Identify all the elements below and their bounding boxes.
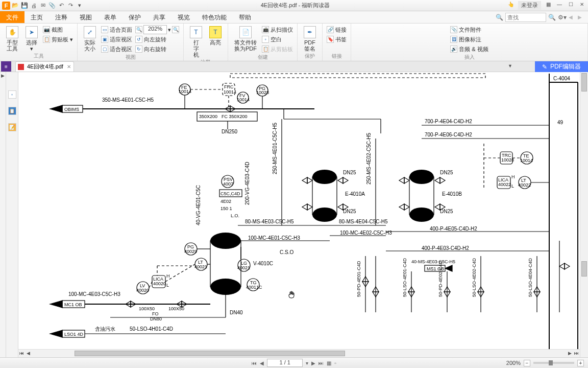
clipboard-button[interactable]: 📋剪贴板 ▾ xyxy=(43,35,73,44)
menu-special[interactable]: 特色功能 xyxy=(196,11,233,23)
more-icon[interactable]: ▾ xyxy=(76,2,84,10)
file-attach-button[interactable]: 📎文件附件 xyxy=(450,25,488,34)
hscroll-right-icon[interactable]: ▶ xyxy=(568,351,572,356)
rotate-left-button[interactable]: ↺向左旋转 xyxy=(135,35,179,44)
prev-page-icon[interactable]: ◀ xyxy=(260,360,264,366)
close-icon[interactable]: ✕ xyxy=(578,2,586,10)
note-side-icon[interactable]: 📝 xyxy=(8,123,16,131)
grid-icon[interactable]: ▦ xyxy=(544,2,552,10)
select-tool-button[interactable]: ➤ 选择▾ xyxy=(23,25,40,53)
pdf-sign-button[interactable]: ✒ PDF签名 xyxy=(302,25,318,53)
actual-size-button[interactable]: ⤢ 实际大小 xyxy=(82,25,98,53)
rotl-icon: ↺ xyxy=(135,36,142,43)
menu-file[interactable]: 文件 xyxy=(0,11,24,23)
convert-button[interactable]: 📄 将文件转换为PDF xyxy=(232,25,259,53)
from-clipboard-button[interactable]: 📋从剪贴板 xyxy=(262,44,293,54)
expand-rail-icon[interactable]: ▶ xyxy=(1,72,5,78)
pdf-editor-badge[interactable]: ✎ PDF编辑器 xyxy=(535,61,588,72)
menu-view[interactable]: 视图 xyxy=(74,11,98,23)
zoom-percent: 200% xyxy=(506,360,521,366)
redo-icon[interactable]: ↷ xyxy=(66,2,75,10)
find-icon[interactable]: 🔍 xyxy=(496,14,503,21)
zoom-value[interactable]: 🔍202%▾ 🔍 xyxy=(135,25,179,34)
document-canvas[interactable]: C-4004 49 OBIMS 350-MS-4E01-C5C-H5 FE100… xyxy=(18,72,580,357)
hscroll-start-icon[interactable]: ⏮ xyxy=(19,351,24,356)
search-input[interactable] xyxy=(505,13,546,22)
menu-protect[interactable]: 保护 xyxy=(122,11,147,23)
group-protect-label: 保护 xyxy=(305,53,315,61)
tab-dropdown-icon[interactable]: ▼ xyxy=(508,63,512,68)
svg-text:L: L xyxy=(511,183,514,189)
next-page-icon[interactable]: ▶ xyxy=(311,360,315,366)
svg-text:50-PD-4E01-C4D: 50-PD-4E01-C4D xyxy=(356,261,361,297)
app-icon[interactable]: F xyxy=(2,2,10,10)
menu-read[interactable]: 视览 xyxy=(172,11,196,23)
rotate-right-button[interactable]: ↻向右旋转 xyxy=(135,44,179,54)
single-view-icon[interactable]: ▫ xyxy=(334,360,336,366)
zoom-slider[interactable] xyxy=(533,362,574,364)
login-status[interactable]: 未登录 xyxy=(518,1,541,10)
document-tab[interactable]: 4E回收4塔.pdf ✕ xyxy=(15,61,74,72)
blank-button[interactable]: ▫空白 xyxy=(262,35,293,44)
svg-text:50-LSO-4E04-C4D: 50-LSO-4E04-C4D xyxy=(528,258,533,297)
menu-form[interactable]: 表单 xyxy=(98,11,122,23)
nav-next-icon[interactable]: ▶ xyxy=(578,14,585,20)
vertical-scrollbar[interactable] xyxy=(580,72,588,357)
svg-text:10014: 10014 xyxy=(237,97,250,102)
vscroll-thumb-top[interactable] xyxy=(581,73,587,91)
svg-text:4E02: 4E02 xyxy=(220,199,231,204)
page-indicator[interactable]: 1 / 1 xyxy=(267,359,303,367)
titlebar: F 📂 💾 🖨 ✉ 📎 ↶ ↷ ▾ 4E回收4塔.pdf - 福昕阅读器 👆 未… xyxy=(0,0,588,11)
hscroll-left-icon[interactable]: ◀ xyxy=(27,351,30,356)
page-view-icon[interactable]: ▫ xyxy=(8,90,16,99)
zoom-fit-icon[interactable]: 🔍 xyxy=(172,26,179,33)
highlight-button[interactable]: T 高亮 xyxy=(207,25,224,47)
thumb-view-icon[interactable]: ▦ xyxy=(327,360,331,366)
last-page-icon[interactable]: ⏭ xyxy=(318,360,324,366)
first-page-icon[interactable]: ⏮ xyxy=(252,360,257,366)
nav-panel-button[interactable]: ≡ xyxy=(1,61,11,72)
typewriter-button[interactable]: T 打字机 xyxy=(188,25,204,59)
maximize-icon[interactable]: ☐ xyxy=(567,2,575,10)
open-icon[interactable]: 📂 xyxy=(11,2,19,10)
svg-text:100-MC-4E02-C5C-H3: 100-MC-4E02-C5C-H3 xyxy=(340,230,392,236)
zoom-out-button[interactable]: − xyxy=(524,360,530,366)
touch-icon[interactable]: 👆 xyxy=(507,2,515,10)
minimize-icon[interactable]: — xyxy=(555,2,564,10)
menu-home[interactable]: 主页 xyxy=(24,11,49,23)
vscroll-thumb[interactable] xyxy=(581,261,587,277)
page-dropdown-icon[interactable]: ▾ xyxy=(306,360,308,366)
bookmark-button[interactable]: 🔖书签 xyxy=(327,35,347,44)
from-scanner-button[interactable]: 📠从扫描仪 xyxy=(262,25,293,34)
zoom-knob[interactable] xyxy=(549,360,553,365)
hscroll-thumb[interactable] xyxy=(75,351,345,356)
menu-comment[interactable]: 注释 xyxy=(49,11,74,23)
screenshot-button[interactable]: 📷截图 xyxy=(43,25,73,34)
side-toolbar: ▫ 📋 📝 xyxy=(6,72,18,357)
menu-share[interactable]: 共享 xyxy=(147,11,172,23)
mail-icon[interactable]: ✉ xyxy=(39,2,47,10)
undo-icon[interactable]: ↶ xyxy=(57,2,65,10)
link-button[interactable]: 🔗链接 xyxy=(327,25,347,34)
find-run-icon[interactable]: 🔍 xyxy=(548,14,556,21)
horizontal-scrollbar[interactable]: ⏮ ◀ ▶ ⏭ xyxy=(18,349,580,357)
attach-icon[interactable]: 📎 xyxy=(48,2,56,10)
settings-icon[interactable]: ⚙▾ xyxy=(558,14,567,21)
hscroll-end-icon[interactable]: ⏭ xyxy=(574,351,579,356)
av-button[interactable]: 🔊音频 & 视频 xyxy=(450,44,488,54)
nav-prev-icon[interactable]: ◀ xyxy=(569,14,576,20)
menu-help[interactable]: 帮助 xyxy=(233,11,257,23)
clipboard-side-icon[interactable]: 📋 xyxy=(8,107,16,115)
hand-tool-button[interactable]: ✋ 手型工具 xyxy=(4,25,20,53)
statusbar: ⏮ ◀ 1 / 1 ▾ ▶ ⏭ ▦ ▫ 200% − + xyxy=(0,357,588,368)
svg-text:50-LSO-4E01-C4D: 50-LSO-4E01-C4D xyxy=(402,258,407,297)
fit-view-button[interactable]: ▢适合视区 xyxy=(101,44,132,54)
image-annot-button[interactable]: 🖼图像标注 xyxy=(450,35,488,44)
svg-text:40-VG-4E01-C5C: 40-VG-4E01-C5C xyxy=(195,185,201,225)
zoom-in-button[interactable]: + xyxy=(577,360,584,366)
fit-content-button[interactable]: ▣适应视区 xyxy=(101,35,132,44)
print-icon[interactable]: 🖨 xyxy=(30,2,38,10)
tab-close-icon[interactable]: ✕ xyxy=(67,64,71,70)
save-icon[interactable]: 💾 xyxy=(20,2,29,10)
fit-page-button[interactable]: ▭适合页面 xyxy=(101,25,132,34)
